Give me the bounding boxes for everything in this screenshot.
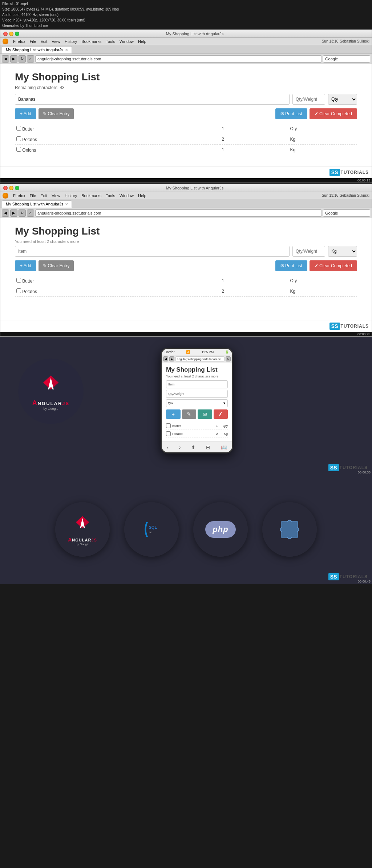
puzzle-icon bbox=[279, 519, 300, 540]
mobile-print-btn[interactable]: ✉ bbox=[198, 409, 212, 419]
mobile-reload-btn[interactable]: ↻ bbox=[226, 356, 231, 361]
mobile-device: Carrier 📶 1:25 PM 🔋 ◀ ▶ angularjs-shoppi… bbox=[161, 348, 233, 453]
item-input-1[interactable] bbox=[15, 94, 290, 105]
mobile-shopping-list: Butter 1 Qty Potatos 2 Kg bbox=[166, 422, 228, 438]
qty-weight-input-1[interactable] bbox=[292, 94, 325, 105]
mobile-nav-share[interactable]: ⬆ bbox=[191, 444, 195, 450]
menu-view-1[interactable]: View bbox=[50, 39, 62, 44]
mobile-back-btn[interactable]: ◀ bbox=[163, 356, 168, 361]
mobile-web-page: My Shopping List You need at least 2 cha… bbox=[162, 363, 232, 441]
nav-home-2[interactable]: ⌂ bbox=[27, 209, 34, 217]
sst-logo-bar-1: SS TUTORIALS bbox=[0, 166, 372, 178]
username-1: Sebastian Sulinski bbox=[340, 39, 369, 43]
nav-back-1[interactable]: ◀ bbox=[2, 55, 9, 63]
tab-active-1[interactable]: My Shopping List with AngularJs ✕ bbox=[2, 46, 72, 53]
menu-file-2[interactable]: File bbox=[28, 193, 38, 198]
menu-help-2[interactable]: Help bbox=[136, 193, 148, 198]
mac-max-btn-1[interactable] bbox=[15, 32, 19, 36]
item-input-2[interactable] bbox=[15, 246, 290, 257]
logo-circle-angular: ANGULARJS by Google bbox=[55, 502, 110, 557]
nav-search-bar-1[interactable]: Google bbox=[323, 55, 370, 63]
menu-tools-2[interactable]: Tools bbox=[104, 193, 117, 198]
menu-help-1[interactable]: Help bbox=[136, 39, 148, 44]
tab-close-1[interactable]: ✕ bbox=[65, 48, 68, 52]
mac-min-btn-1[interactable] bbox=[9, 32, 13, 36]
mobile-item-checkbox[interactable] bbox=[166, 423, 171, 428]
logos-section: ANGULARJS by Google SQL ite php S bbox=[0, 475, 372, 584]
nav-back-2[interactable]: ◀ bbox=[2, 209, 9, 217]
sst-logo-1: SS TUTORIALS bbox=[329, 169, 369, 176]
print-button-1[interactable]: ✉ Print List bbox=[275, 108, 307, 119]
mobile-item-input[interactable] bbox=[166, 380, 228, 388]
print-button-2[interactable]: ✉ Print List bbox=[275, 260, 307, 271]
nav-search-bar-2[interactable]: Google bbox=[323, 209, 370, 217]
mobile-unit-select[interactable]: Qty ▼ bbox=[166, 399, 228, 407]
nav-forward-2[interactable]: ▶ bbox=[10, 209, 17, 217]
mac-close-btn-1[interactable] bbox=[3, 32, 8, 36]
qty-weight-input-2[interactable] bbox=[292, 246, 325, 257]
clear-completed-button-1[interactable]: ✗ Clear Completed bbox=[310, 108, 357, 119]
mobile-forward-btn[interactable]: ▶ bbox=[169, 356, 174, 361]
angular-circle: ANGULARJS by Google bbox=[18, 359, 84, 424]
sst-tutorials-text-mobile: TUTORIALS bbox=[340, 465, 368, 470]
mobile-item-unit: Qty bbox=[221, 424, 228, 428]
mobile-nav-forward[interactable]: › bbox=[179, 444, 181, 450]
unit-select-1[interactable]: Qty Kg g lbs bbox=[328, 94, 357, 105]
item-checkbox[interactable] bbox=[16, 147, 21, 152]
nav-url-bar-1[interactable]: angularjs-shopping.ssdtutorials.com bbox=[35, 55, 322, 63]
mobile-add-btn[interactable]: + bbox=[166, 409, 181, 419]
nav-home-1[interactable]: ⌂ bbox=[27, 55, 34, 63]
item-checkbox[interactable] bbox=[16, 126, 21, 131]
mobile-edit-btn[interactable]: ✎ bbox=[182, 409, 197, 419]
clear-completed-label-2: Clear Completed bbox=[319, 263, 352, 268]
nav-forward-1[interactable]: ▶ bbox=[10, 55, 17, 63]
tab-close-2[interactable]: ✕ bbox=[65, 202, 68, 206]
menu-bookmarks-1[interactable]: Bookmarks bbox=[80, 39, 103, 44]
nav-reload-1[interactable]: ↻ bbox=[19, 55, 26, 63]
nav-reload-2[interactable]: ↻ bbox=[19, 209, 26, 217]
add-button-1[interactable]: + Add bbox=[15, 108, 36, 119]
menu-history-2[interactable]: History bbox=[63, 193, 79, 198]
time-text: 1:25 PM bbox=[202, 350, 214, 354]
menu-edit-2[interactable]: Edit bbox=[39, 193, 49, 198]
logos-timestamp: 00:00:45 bbox=[358, 580, 371, 583]
mobile-delete-btn[interactable]: ✗ bbox=[214, 409, 228, 419]
menu-window-2[interactable]: Window bbox=[118, 193, 136, 198]
item-qty: 1 bbox=[220, 276, 288, 286]
mobile-list-item: Butter 1 Qty bbox=[166, 422, 228, 430]
clear-entry-button-2[interactable]: ✎ Clear Entry bbox=[39, 260, 74, 271]
clear-completed-button-2[interactable]: ✗ Clear Completed bbox=[310, 260, 357, 271]
svg-text:ite: ite bbox=[149, 531, 152, 534]
mobile-nav-pages[interactable]: ⊟ bbox=[206, 444, 210, 450]
nav-url-bar-2[interactable]: angularjs-shopping.ssdtutorials.com bbox=[35, 209, 322, 217]
menu-firefox-2[interactable]: Firefox bbox=[11, 193, 27, 198]
page-title-1: My Shopping List bbox=[15, 71, 357, 83]
mobile-nav-back[interactable]: ‹ bbox=[167, 444, 169, 450]
menu-view-2[interactable]: View bbox=[50, 193, 62, 198]
menu-firefox-1[interactable]: Firefox bbox=[11, 39, 27, 44]
menu-tools-1[interactable]: Tools bbox=[104, 39, 117, 44]
clear-entry-icon-1: ✎ bbox=[43, 111, 46, 116]
mobile-qty-input[interactable] bbox=[166, 390, 228, 398]
item-name: Potatos bbox=[22, 137, 37, 142]
menu-edit-1[interactable]: Edit bbox=[39, 39, 49, 44]
mac-close-btn-2[interactable] bbox=[3, 186, 8, 190]
timestamp-bar-1: 00:00:13 bbox=[0, 178, 372, 183]
tab-active-2[interactable]: My Shopping List with AngularJs ✕ bbox=[2, 200, 72, 208]
mac-min-btn-2[interactable] bbox=[9, 186, 13, 190]
mac-max-btn-2[interactable] bbox=[15, 186, 19, 190]
menu-window-1[interactable]: Window bbox=[118, 39, 136, 44]
add-button-2[interactable]: + Add bbox=[15, 260, 36, 271]
mobile-nav-bookmarks[interactable]: 📖 bbox=[221, 444, 227, 450]
menu-file-1[interactable]: File bbox=[28, 39, 38, 44]
mobile-url-bar[interactable]: angularjs-shopping.ssdtutorials.cc bbox=[175, 356, 225, 361]
unit-select-2[interactable]: Qty Kg g lbs bbox=[328, 246, 357, 257]
clear-entry-button-1[interactable]: ✎ Clear Entry bbox=[39, 108, 74, 119]
item-checkbox[interactable] bbox=[16, 278, 21, 283]
menu-bookmarks-2[interactable]: Bookmarks bbox=[80, 193, 103, 198]
mobile-item-checkbox[interactable] bbox=[166, 431, 171, 436]
menu-history-1[interactable]: History bbox=[63, 39, 79, 44]
datetime-1: Sun 13:16 bbox=[322, 39, 339, 43]
item-checkbox[interactable] bbox=[16, 288, 21, 293]
item-checkbox[interactable] bbox=[16, 136, 21, 141]
